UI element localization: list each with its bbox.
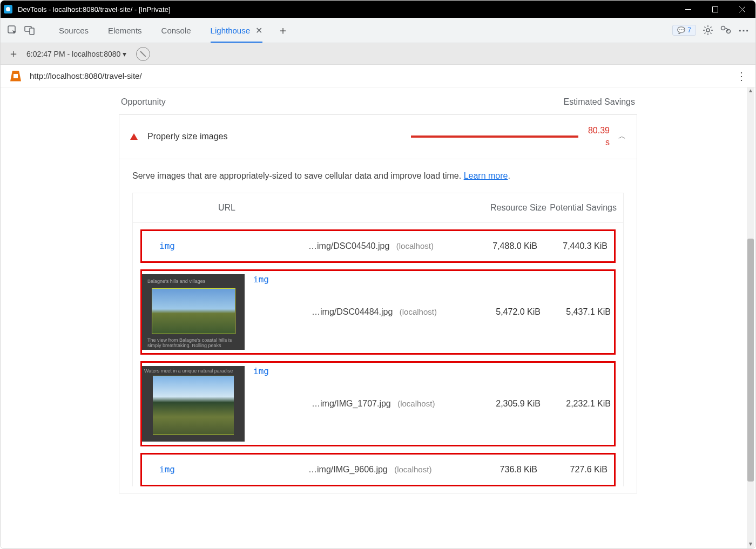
col-potential-savings: Potential Savings [546, 203, 617, 213]
feedback-count: 7 [687, 26, 691, 34]
inspect-icon[interactable] [5, 23, 20, 38]
svg-rect-8 [30, 28, 34, 35]
audit-description: Serve images that are appropriately-size… [119, 159, 637, 193]
tab-lighthouse[interactable]: Lighthouse✕ [201, 18, 272, 43]
element-tag: img [156, 464, 308, 475]
lighthouse-report: Opportunity Estimated Savings Properly s… [119, 87, 637, 493]
opportunity-table: URL Resource Size Potential Savings img … [132, 193, 624, 486]
window-title: DevTools - localhost:8080/travel-site/ -… [16, 5, 674, 13]
highlight-box: img …img/IMG_9606.jpg (localhost) 736.8 … [140, 453, 616, 486]
tab-elements[interactable]: Elements [98, 18, 152, 43]
tab-label: Lighthouse [211, 26, 250, 35]
table-row[interactable]: Waters meet in a unique natural paradise… [142, 363, 614, 445]
table-row[interactable]: img …img/IMG_9606.jpg (localhost) 736.8 … [142, 455, 614, 485]
resource-path: …img/DSC04540.jpg (localhost) [308, 241, 470, 251]
dropdown-icon: ▾ [123, 50, 126, 58]
resource-size: 736.8 KiB [470, 465, 541, 475]
col-resource-size: Resource Size [476, 203, 546, 213]
element-tag: img [250, 363, 312, 376]
tab-console[interactable]: Console [152, 18, 201, 43]
thumbnail-image [152, 288, 235, 334]
potential-savings: 2,232.1 KiB [544, 399, 614, 409]
thumbnail: Balagne's hills and villages The view fr… [142, 274, 245, 350]
more-icon[interactable]: ⋯ [738, 24, 749, 37]
new-report-button[interactable]: ＋ [6, 46, 21, 61]
speech-icon: 💬 [677, 26, 685, 34]
svg-rect-3 [712, 6, 718, 12]
potential-savings: 727.6 KiB [541, 465, 611, 475]
thumbnail-image [153, 376, 234, 435]
page-url: http://localhost:8080/travel-site/ [30, 71, 142, 80]
maximize-button[interactable] [701, 1, 728, 18]
tab-sources[interactable]: Sources [49, 18, 98, 43]
resource-path: …img/IMG_1707.jpg (localhost) [312, 399, 474, 409]
savings-header: Estimated Savings [563, 97, 635, 107]
potential-savings: 7,440.3 KiB [541, 241, 611, 251]
more-vert-icon[interactable]: ⋮ [736, 70, 746, 83]
activity-icon[interactable] [720, 25, 732, 36]
scrollbar[interactable]: ▲ ▼ [747, 87, 754, 548]
clear-icon[interactable] [136, 47, 150, 61]
potential-savings: 5,437.1 KiB [544, 307, 614, 317]
savings-time: 80.39s [588, 125, 610, 149]
minimize-button[interactable] [674, 1, 701, 18]
device-icon[interactable] [22, 23, 37, 38]
opportunity-header: Opportunity [121, 97, 166, 107]
highlight-box: img …img/DSC04540.jpg (localhost) 7,488.… [140, 229, 616, 263]
svg-point-9 [706, 29, 710, 32]
report-toolbar: ＋ 6:02:47 PM - localhost:8080▾ [1, 43, 755, 65]
col-url: URL [139, 203, 314, 213]
feedback-badge[interactable]: 💬7 [672, 25, 696, 36]
url-bar: http://localhost:8080/travel-site/ ⋮ [1, 65, 755, 87]
thumbnail: Waters meet in a unique natural paradise [142, 366, 245, 442]
element-tag: img [250, 271, 312, 284]
tab-label: Elements [108, 26, 142, 35]
audit-title: Properly size images [147, 132, 228, 141]
element-tag: img [156, 241, 308, 251]
svg-point-11 [727, 30, 731, 33]
window-titlebar: DevTools - localhost:8080/travel-site/ -… [1, 1, 755, 18]
resource-size: 5,472.0 KiB [474, 307, 544, 317]
close-button[interactable] [728, 1, 755, 18]
close-icon[interactable]: ✕ [255, 25, 262, 36]
savings-bar [411, 135, 578, 138]
table-row[interactable]: Balagne's hills and villages The view fr… [142, 271, 614, 353]
svg-point-1 [6, 7, 10, 11]
scroll-up-icon[interactable]: ▲ [747, 87, 754, 95]
resource-size: 7,488.0 KiB [470, 241, 541, 251]
settings-icon[interactable] [703, 25, 713, 36]
scroll-thumb[interactable] [747, 239, 754, 482]
table-header: URL Resource Size Potential Savings [133, 193, 623, 223]
table-row[interactable]: img …img/DSC04540.jpg (localhost) 7,488.… [142, 231, 614, 261]
highlight-box: Balagne's hills and villages The view fr… [140, 269, 616, 355]
resource-path: …img/DSC04484.jpg (localhost) [312, 307, 474, 317]
report-selector-label: 6:02:47 PM - localhost:8080 [26, 50, 120, 58]
lighthouse-icon [10, 71, 21, 82]
app-icon [1, 1, 16, 18]
audit-summary[interactable]: Properly size images 80.39s ︿ [119, 115, 637, 159]
highlight-box: Waters meet in a unique natural paradise… [140, 361, 616, 446]
report-selector[interactable]: 6:02:47 PM - localhost:8080▾ [21, 50, 132, 58]
audit-card: Properly size images 80.39s ︿ Serve imag… [119, 114, 637, 493]
tab-label: Console [161, 26, 191, 35]
svg-point-10 [721, 26, 725, 30]
scroll-down-icon[interactable]: ▼ [747, 541, 754, 548]
fail-icon [130, 133, 138, 140]
add-tab-button[interactable]: ＋ [278, 23, 288, 38]
resource-path: …img/IMG_9606.jpg (localhost) [308, 465, 470, 475]
devtools-tabbar: Sources Elements Console Lighthouse✕ ＋ 💬… [1, 18, 755, 43]
tab-label: Sources [59, 26, 89, 35]
chevron-up-icon[interactable]: ︿ [618, 132, 626, 141]
resource-size: 2,305.9 KiB [474, 399, 544, 409]
learn-more-link[interactable]: Learn more [464, 171, 508, 180]
